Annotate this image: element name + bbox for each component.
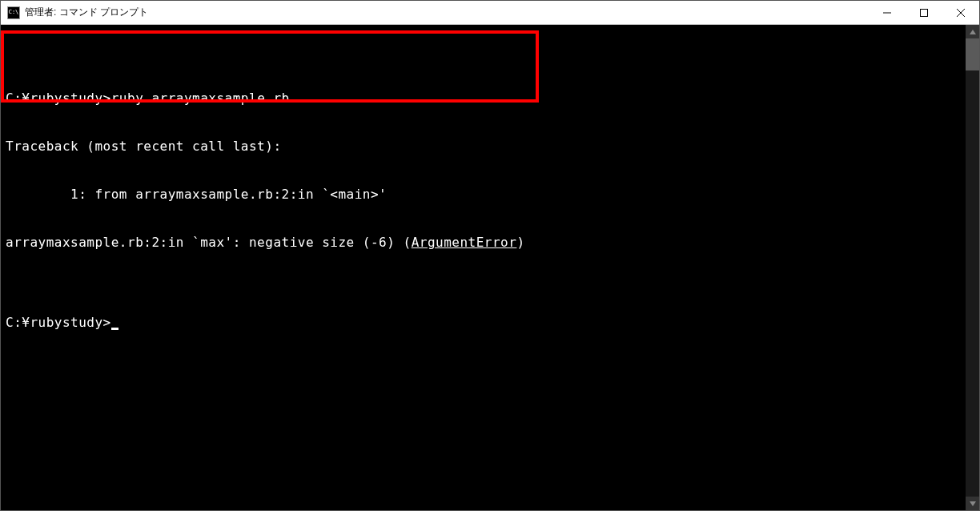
close-icon — [957, 9, 965, 17]
window-title: 管理者: コマンド プロンプト — [25, 6, 148, 19]
vertical-scrollbar[interactable] — [966, 25, 979, 510]
window-controls — [869, 1, 979, 24]
command-text: ruby arraymaxsample.rb — [111, 91, 290, 106]
terminal-line: C:¥rubystudy> — [6, 315, 962, 331]
maximize-button[interactable] — [906, 1, 942, 24]
prompt: C:¥rubystudy> — [6, 91, 111, 106]
app-icon: C:\ — [7, 6, 20, 19]
maximize-icon — [920, 9, 928, 17]
command-prompt-window: C:\ 管理者: コマンド プロンプト C:¥rubystudy>ruby ar… — [0, 0, 980, 511]
minimize-icon — [883, 9, 891, 17]
terminal-line: 1: from arraymaxsample.rb:2:in `<main>' — [6, 187, 962, 203]
minimize-button[interactable] — [869, 1, 906, 24]
scrollbar-track[interactable] — [966, 38, 979, 497]
terminal-line: C:¥rubystudy>ruby arraymaxsample.rb — [6, 91, 962, 107]
close-button[interactable] — [942, 1, 979, 24]
terminal-line: Traceback (most recent call last): — [6, 139, 962, 155]
error-class: ArgumentError — [412, 235, 517, 250]
svg-rect-1 — [921, 9, 928, 16]
terminal-wrapper: C:¥rubystudy>ruby arraymaxsample.rb Trac… — [1, 25, 979, 510]
chevron-up-icon — [970, 30, 976, 34]
terminal-output[interactable]: C:¥rubystudy>ruby arraymaxsample.rb Trac… — [1, 25, 966, 510]
scrollbar-thumb[interactable] — [966, 38, 979, 70]
scroll-up-button[interactable] — [966, 25, 979, 38]
titlebar: C:\ 管理者: コマンド プロンプト — [1, 1, 979, 25]
scroll-down-button[interactable] — [966, 497, 979, 510]
terminal-line: arraymaxsample.rb:2:in `max': negative s… — [6, 235, 962, 251]
prompt: C:¥rubystudy> — [6, 315, 111, 330]
chevron-down-icon — [970, 501, 976, 506]
cursor — [111, 328, 118, 330]
